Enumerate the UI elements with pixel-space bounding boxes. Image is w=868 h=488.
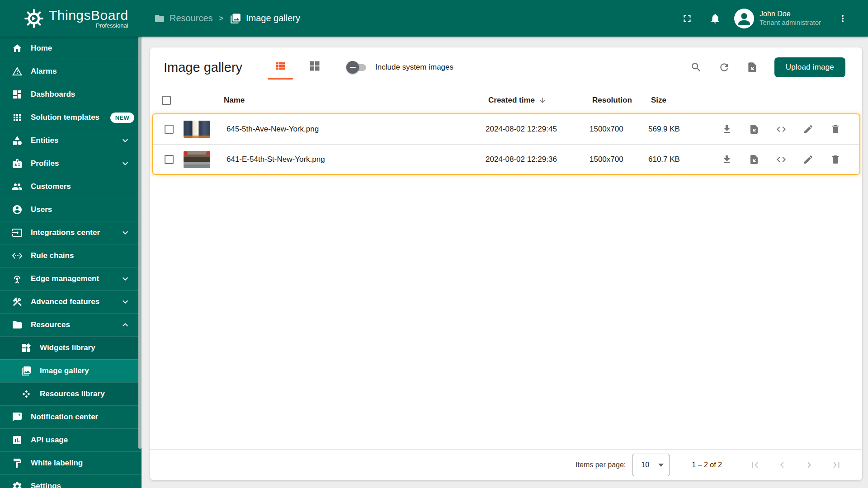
sidebar-item-entities[interactable]: Entities — [0, 129, 142, 152]
warning-icon — [12, 66, 23, 77]
sort-desc-arrow-icon — [538, 96, 547, 104]
sidebar-item-notification-center[interactable]: Notification center — [0, 405, 142, 428]
delete-icon[interactable] — [830, 154, 841, 165]
minus-icon — [350, 67, 356, 68]
folder-icon — [154, 13, 165, 24]
toggle-switch[interactable] — [346, 61, 368, 74]
search-icon[interactable] — [690, 61, 702, 73]
table-row[interactable]: 645-5th-Ave-New-York.png 2024-08-02 12:2… — [153, 114, 859, 144]
select-all-checkbox[interactable] — [162, 96, 171, 105]
row-checkbox[interactable] — [165, 125, 174, 134]
upload-image-button[interactable]: Upload image — [774, 57, 845, 77]
chevron-down-icon — [120, 135, 131, 146]
sidebar-item-widgets-library[interactable]: Widgets library — [0, 336, 142, 359]
brand-subtitle: Professional — [96, 22, 128, 29]
badge-icon — [12, 158, 23, 169]
image-name[interactable]: 645-5th-Ave-New-York.png — [226, 125, 486, 134]
breadcrumb-separator: > — [219, 14, 223, 23]
person-circle-icon — [12, 204, 23, 215]
delete-icon[interactable] — [830, 124, 841, 135]
sidebar-item-resources-library[interactable]: Resources library — [0, 382, 142, 405]
diamonds-icon — [21, 389, 32, 399]
folder-icon — [12, 319, 23, 330]
sidebar-item-profiles[interactable]: Profiles — [0, 152, 142, 175]
chevron-down-icon — [120, 273, 131, 284]
page-size-value: 10 — [641, 461, 649, 469]
sidebar-item-alarms[interactable]: Alarms — [0, 60, 142, 83]
sidebar-item-edge-management[interactable]: Edge management — [0, 267, 142, 290]
sidebar-item-resources[interactable]: Resources — [0, 313, 142, 336]
chevron-down-icon — [120, 158, 131, 169]
sidebar-item-image-gallery[interactable]: Image gallery — [0, 359, 142, 382]
previous-page-icon[interactable] — [776, 459, 788, 471]
notifications-button[interactable] — [705, 9, 725, 28]
sidebar-item-white-labeling[interactable]: White labeling — [0, 451, 142, 474]
topbar-actions: John Doe Tenant administrator — [677, 9, 868, 28]
created-time-cell: 2024-08-02 12:29:45 — [486, 125, 590, 134]
sidebar-scrollbar[interactable] — [138, 37, 142, 449]
table-row[interactable]: 641-E-54th-St-New-York.png 2024-08-02 12… — [153, 144, 859, 174]
brand-logo: ThingsBoard Professional — [0, 8, 142, 29]
embed-code-icon[interactable] — [776, 154, 787, 165]
last-page-icon[interactable] — [830, 459, 842, 471]
image-thumbnail[interactable] — [184, 151, 210, 168]
first-page-icon[interactable] — [749, 459, 761, 471]
edit-icon[interactable] — [803, 154, 814, 165]
download-icon[interactable] — [722, 124, 732, 135]
page-range-label: 1 – 2 of 2 — [692, 461, 722, 469]
name-column-header[interactable]: Name — [224, 96, 488, 105]
chart-icon — [12, 435, 23, 446]
user-info: John Doe Tenant administrator — [760, 9, 821, 27]
resolution-column-header[interactable]: Resolution — [592, 96, 651, 105]
gear-icon — [12, 481, 23, 488]
edit-icon[interactable] — [803, 124, 814, 135]
avatar[interactable] — [734, 9, 754, 28]
grid-view-tab[interactable] — [308, 60, 321, 72]
input-icon — [12, 227, 23, 238]
fullscreen-button[interactable] — [677, 9, 697, 28]
dashboards-icon — [12, 89, 23, 100]
thingsboard-logo-icon — [24, 8, 44, 29]
fullscreen-icon — [681, 13, 693, 24]
sidebar-item-solution-templates[interactable]: Solution templates NEW — [0, 106, 142, 129]
breadcrumb-image-gallery[interactable]: Image gallery — [230, 13, 300, 24]
list-view-tab[interactable] — [268, 60, 293, 80]
sidebar-item-settings[interactable]: Settings — [0, 474, 142, 488]
sidebar-item-integrations-center[interactable]: Integrations center — [0, 221, 142, 244]
sidebar-item-customers[interactable]: Customers — [0, 175, 142, 198]
created-time-cell: 2024-08-02 12:29:36 — [486, 155, 590, 164]
export-file-icon[interactable] — [746, 61, 758, 73]
next-page-icon[interactable] — [803, 459, 815, 471]
tools-icon — [12, 296, 23, 307]
sidebar-item-dashboards[interactable]: Dashboards — [0, 83, 142, 106]
export-file-icon[interactable] — [749, 124, 760, 135]
more-menu-button[interactable] — [833, 9, 853, 28]
created-time-column-header[interactable]: Created time — [488, 96, 592, 105]
include-system-images-toggle[interactable]: Include system images — [346, 61, 453, 74]
image-thumbnail[interactable] — [184, 121, 210, 138]
sidebar-item-users[interactable]: Users — [0, 198, 142, 221]
download-icon[interactable] — [722, 154, 732, 165]
grid-icon — [12, 112, 23, 123]
row-checkbox[interactable] — [165, 155, 174, 164]
sidebar-item-home[interactable]: Home — [0, 37, 142, 60]
embed-code-icon[interactable] — [776, 124, 787, 135]
home-icon — [12, 43, 23, 54]
person-icon — [734, 9, 754, 28]
shapes-icon — [12, 135, 23, 146]
image-name[interactable]: 641-E-54th-St-New-York.png — [226, 155, 486, 164]
size-column-header[interactable]: Size — [651, 96, 705, 105]
sidebar-item-advanced-features[interactable]: Advanced features — [0, 290, 142, 313]
sidebar-item-api-usage[interactable]: API usage — [0, 428, 142, 451]
people-icon — [12, 181, 23, 192]
row-actions — [703, 124, 859, 135]
toggle-thumb — [346, 61, 359, 74]
top-header-bar: ThingsBoard Professional Resources > Ima… — [0, 0, 868, 37]
list-view-icon — [274, 60, 287, 72]
page-size-select[interactable]: 10 — [632, 454, 670, 476]
refresh-icon[interactable] — [718, 61, 730, 73]
sidebar-item-rule-chains[interactable]: Rule chains — [0, 244, 142, 267]
active-tab-underline — [268, 78, 293, 80]
export-file-icon[interactable] — [749, 154, 760, 165]
breadcrumb-resources[interactable]: Resources — [154, 13, 213, 24]
